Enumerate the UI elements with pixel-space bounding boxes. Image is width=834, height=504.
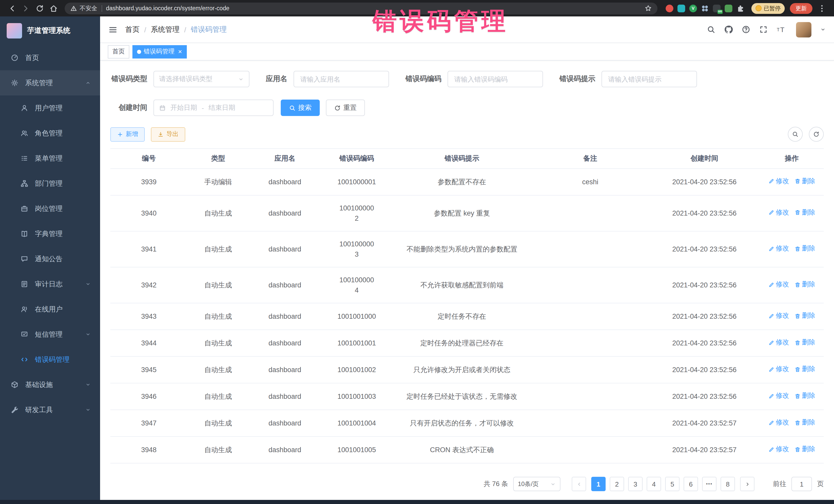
sidebar-item-menu-management[interactable]: 菜单管理 <box>0 146 100 171</box>
export-button[interactable]: 导出 <box>151 127 185 141</box>
help-icon[interactable] <box>742 25 750 34</box>
cell-id: 3944 <box>110 330 187 357</box>
page-button-8[interactable]: 8 <box>721 477 735 491</box>
font-size-icon[interactable]: TT <box>776 25 785 34</box>
browser-forward-button[interactable] <box>22 4 30 13</box>
extension-icon[interactable] <box>701 4 709 12</box>
edit-link[interactable]: 修改 <box>768 338 789 348</box>
user-avatar[interactable] <box>796 22 811 37</box>
extension-icon[interactable]: V <box>689 4 697 12</box>
sidebar-item-infrastructure[interactable]: 基础设施 <box>0 372 100 397</box>
fullscreen-icon[interactable] <box>759 25 768 34</box>
address-bar[interactable]: 不安全 dashboard.yudao.iocoder.cn/system/er… <box>65 2 657 14</box>
sidebar-item-audit-log[interactable]: 审计日志 <box>0 271 100 297</box>
extension-icon[interactable] <box>725 4 732 12</box>
extension-icon[interactable]: on <box>713 4 721 12</box>
avatar-caret-icon[interactable] <box>820 27 826 32</box>
next-page-button[interactable] <box>740 477 754 491</box>
edit-link[interactable]: 修改 <box>768 391 789 401</box>
search-button[interactable]: 搜索 <box>281 100 320 116</box>
cell-hint: 只允许修改为开启或者关闭状态 <box>393 357 531 384</box>
error-hint-input[interactable] <box>601 71 697 87</box>
page-button-1[interactable]: 1 <box>591 477 606 491</box>
edit-link[interactable]: 修改 <box>768 365 789 374</box>
prev-page-button[interactable] <box>572 477 586 491</box>
browser-reload-button[interactable] <box>36 4 44 13</box>
sidebar-item-user-management[interactable]: 用户管理 <box>0 95 100 120</box>
delete-link[interactable]: 删除 <box>794 280 815 290</box>
error-code-input[interactable] <box>447 71 543 87</box>
sidebar-item-error-code-management[interactable]: 错误码管理 <box>0 347 100 372</box>
breadcrumb-separator: / <box>144 25 146 34</box>
logo[interactable]: 芋道管理系统 <box>0 17 100 45</box>
date-range-picker[interactable]: 开始日期 - 结束日期 <box>153 100 273 116</box>
edit-link[interactable]: 修改 <box>768 311 789 321</box>
breadcrumb-item[interactable]: 系统管理 <box>151 25 180 34</box>
refresh-table-button[interactable] <box>809 127 824 141</box>
bookmark-star-icon[interactable] <box>644 5 652 12</box>
delete-link[interactable]: 删除 <box>794 244 815 254</box>
page-button-4[interactable]: 4 <box>647 477 661 491</box>
app-name-input[interactable] <box>293 71 389 87</box>
update-label: 更新 <box>795 4 807 12</box>
sidebar-item-dict-management[interactable]: 字典管理 <box>0 221 100 246</box>
update-button[interactable]: 更新 <box>790 3 812 14</box>
delete-link[interactable]: 删除 <box>794 365 815 374</box>
page-button-3[interactable]: 3 <box>628 477 642 491</box>
cell-created: 2021-04-20 23:52:56 <box>649 330 760 357</box>
edit-link[interactable]: 修改 <box>768 177 789 186</box>
page-size-select[interactable]: 10条/页 <box>513 477 561 491</box>
paused-badge[interactable]: 已暂停 <box>751 3 785 14</box>
sidebar-item-notice-announcement[interactable]: 通知公告 <box>0 246 100 271</box>
breadcrumb-item[interactable]: 首页 <box>125 25 139 34</box>
browser-home-button[interactable] <box>49 4 58 13</box>
tag-home[interactable]: 首页 <box>108 45 129 58</box>
delete-link[interactable]: 删除 <box>794 338 815 348</box>
browser-menu-icon[interactable] <box>817 4 826 13</box>
edit-link[interactable]: 修改 <box>768 418 789 428</box>
logo-title: 芋道管理系统 <box>27 26 70 36</box>
tag-error-code[interactable]: 错误码管理× <box>132 45 186 58</box>
tag-label: 错误码管理 <box>144 47 175 56</box>
toggle-search-button[interactable] <box>788 127 803 141</box>
sidebar-item-post-management[interactable]: 岗位管理 <box>0 196 100 221</box>
edit-link[interactable]: 修改 <box>768 445 789 455</box>
sidebar-item-dept-management[interactable]: 部门管理 <box>0 171 100 196</box>
sidebar-item-label: 角色管理 <box>35 129 63 138</box>
cell-app: dashboard <box>249 195 321 231</box>
cell-hint: 参数配置 key 重复 <box>393 195 531 231</box>
delete-link[interactable]: 删除 <box>794 311 815 321</box>
delete-link[interactable]: 删除 <box>794 208 815 218</box>
cell-type: 自动生成 <box>187 357 249 384</box>
sidebar-item-system-management[interactable]: 系统管理 <box>0 70 100 95</box>
delete-link[interactable]: 删除 <box>794 418 815 428</box>
reset-button[interactable]: 重置 <box>326 100 365 116</box>
sidebar-item-role-management[interactable]: 角色管理 <box>0 120 100 146</box>
edit-link[interactable]: 修改 <box>768 208 789 218</box>
filter-error-code: 错误码编码 <box>405 71 543 87</box>
delete-link[interactable]: 删除 <box>794 445 815 455</box>
edit-link[interactable]: 修改 <box>768 280 789 290</box>
edit-link[interactable]: 修改 <box>768 244 789 254</box>
extension-icon[interactable] <box>678 4 685 12</box>
sidebar-item-home[interactable]: 首页 <box>0 45 100 70</box>
sidebar-item-dev-tools[interactable]: 研发工具 <box>0 397 100 422</box>
sidebar-item-sms-management[interactable]: 短信管理 <box>0 322 100 347</box>
jump-page-input[interactable] <box>791 477 812 491</box>
page-button-2[interactable]: 2 <box>610 477 624 491</box>
sidebar-item-online-user[interactable]: 在线用户 <box>0 297 100 322</box>
page-more-button[interactable]: ••• <box>702 477 717 491</box>
extensions-puzzle-icon[interactable] <box>737 4 745 12</box>
page-button-5[interactable]: 5 <box>665 477 680 491</box>
extension-icon[interactable] <box>666 4 673 12</box>
error-type-select[interactable]: 请选择错误码类型 <box>153 71 249 87</box>
add-button[interactable]: 新增 <box>110 127 145 141</box>
delete-link[interactable]: 删除 <box>794 177 815 186</box>
delete-link[interactable]: 删除 <box>794 391 815 401</box>
github-icon[interactable] <box>724 25 733 34</box>
browser-back-button[interactable] <box>8 4 17 13</box>
sidebar-toggle-button[interactable] <box>108 25 117 34</box>
page-button-6[interactable]: 6 <box>684 477 698 491</box>
tag-close-icon[interactable]: × <box>178 48 182 55</box>
header-search-icon[interactable] <box>707 25 716 34</box>
